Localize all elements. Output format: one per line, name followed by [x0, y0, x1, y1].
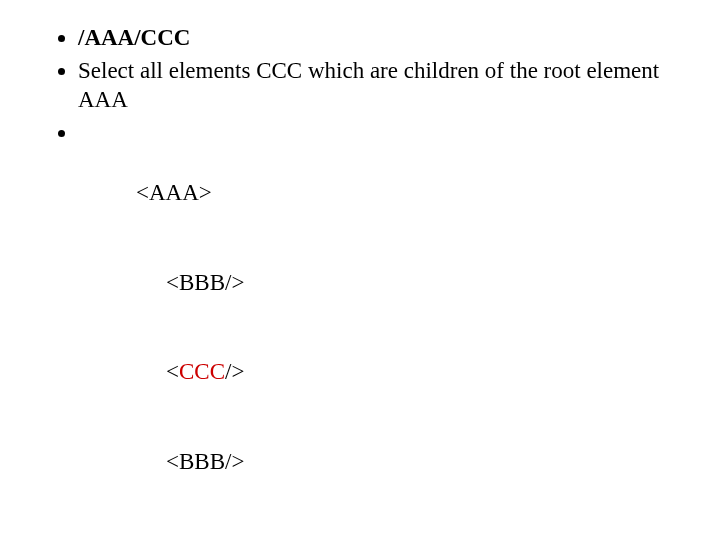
bullet-description: Select all elements CCC which are childr…: [78, 57, 660, 115]
code-line-aaa-open: <AAA>: [136, 178, 660, 208]
ccc1-tag: CCC: [179, 359, 225, 384]
bullet-code: <AAA> <BBB/> <CCC/> <BBB/> <BBB/> <DDD> …: [78, 118, 660, 540]
description-text: Select all elements CCC which are childr…: [78, 58, 659, 112]
code-line-bbb-1: <BBB/>: [166, 268, 660, 298]
code-line-bbb-2: <BBB/>: [166, 447, 660, 477]
code-line-ccc-1: <CCC/>: [166, 357, 660, 387]
ccc1-close-bracket: />: [225, 359, 244, 384]
bullet-xpath: /AAA/CCC: [78, 24, 660, 53]
bullet-list: /AAA/CCC Select all elements CCC which a…: [60, 24, 660, 540]
xpath-text: /AAA/CCC: [78, 25, 190, 50]
slide-content: /AAA/CCC Select all elements CCC which a…: [0, 0, 720, 540]
xml-code-block: <AAA> <BBB/> <CCC/> <BBB/> <BBB/> <DDD> …: [136, 118, 660, 540]
ccc1-open-bracket: <: [166, 359, 179, 384]
